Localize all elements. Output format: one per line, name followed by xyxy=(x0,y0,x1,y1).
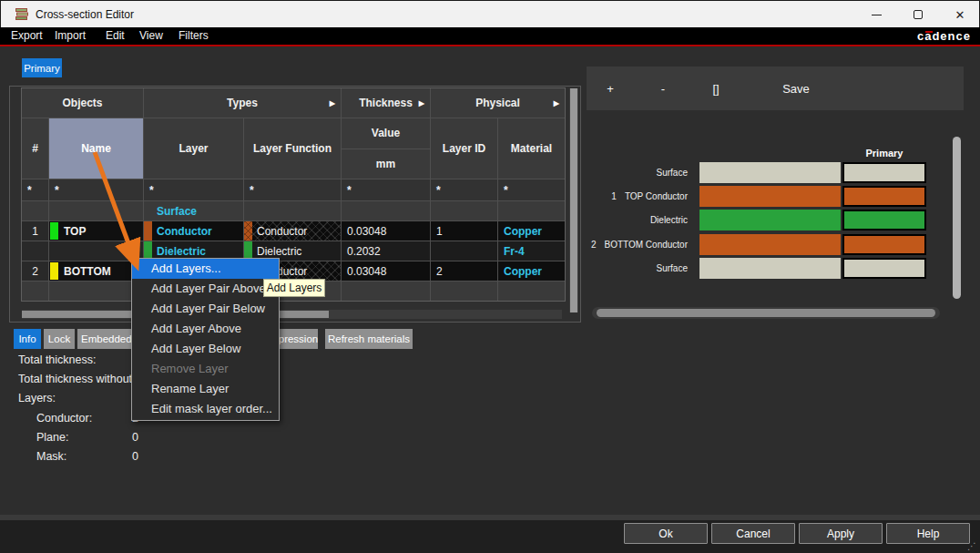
add-column-button[interactable]: + xyxy=(594,67,627,110)
menu-item-remove-layer: Remove Layer xyxy=(132,359,279,379)
viz-label-surface-top: Surface xyxy=(583,162,688,183)
cancel-button[interactable]: Cancel xyxy=(711,523,795,544)
menu-item-add-layer-above[interactable]: Add Layer Above xyxy=(132,319,279,339)
table-row-dielectric-value[interactable]: 0.2032 xyxy=(342,241,430,261)
right-vertical-scrollbar-thumb[interactable] xyxy=(953,137,961,299)
minimize-icon xyxy=(872,15,882,15)
table-row-surface-function[interactable] xyxy=(244,201,341,220)
filter-cell-value[interactable]: * xyxy=(342,179,430,200)
filter-cell-num[interactable]: * xyxy=(22,179,48,200)
right-horizontal-scrollbar-thumb[interactable] xyxy=(597,309,935,317)
table-row-bottom-material[interactable]: Copper xyxy=(498,261,565,281)
menu-item-rename-layer[interactable]: Rename Layer xyxy=(132,379,279,399)
menu-view[interactable]: View xyxy=(139,27,163,45)
close-button[interactable]: ✕ xyxy=(939,1,980,28)
filter-cell-name[interactable]: * xyxy=(49,179,143,200)
table-row-dielectric-material[interactable]: Fr-4 xyxy=(498,241,565,261)
menu-import[interactable]: Import xyxy=(55,27,86,45)
add-layers-tooltip: Add Layers xyxy=(263,279,325,297)
column-group-types[interactable]: Types▶ xyxy=(144,88,341,118)
viz-label-surface-bottom: Surface xyxy=(583,258,688,279)
table-row-dielectric-layer-id[interactable] xyxy=(431,241,497,261)
menu-item-edit-mask-layer-order[interactable]: Edit mask layer order... xyxy=(132,399,279,419)
table-row-surface2-name[interactable] xyxy=(49,282,143,301)
table-row-dielectric-name[interactable] xyxy=(49,241,143,261)
apply-button[interactable]: Apply xyxy=(799,523,883,544)
column-group-physical[interactable]: Physical▶ xyxy=(431,88,565,118)
expand-right-icon[interactable]: ▶ xyxy=(419,99,424,108)
tab-primary[interactable]: Primary xyxy=(22,58,62,77)
table-row-surface-material[interactable] xyxy=(498,201,565,220)
column-header-unit[interactable]: mm xyxy=(342,149,430,179)
table-row-dielectric-num[interactable] xyxy=(22,241,48,261)
table-row-surface2-value[interactable] xyxy=(342,282,430,301)
expand-right-icon[interactable]: ▶ xyxy=(330,99,335,108)
filter-cell-layer-function[interactable]: * xyxy=(244,179,341,200)
column-header-layer[interactable]: Layer xyxy=(144,118,243,179)
table-row-surface-num[interactable] xyxy=(22,201,48,220)
menu-item-add-layers[interactable]: Add Layers... xyxy=(132,259,279,279)
viz-column-header-primary: Primary xyxy=(842,148,926,159)
table-row-bottom-layer-id[interactable]: 2 xyxy=(431,261,497,281)
viz-bar-primary-dielectric xyxy=(842,210,926,230)
table-row-surface-layer[interactable]: Surface xyxy=(144,201,243,220)
menu-export[interactable]: Export xyxy=(11,27,43,45)
viz-bar-primary-top-conductor xyxy=(842,186,926,207)
table-vertical-scrollbar-thumb[interactable] xyxy=(570,88,577,312)
tab-refresh-materials[interactable]: Refresh materials xyxy=(325,329,413,349)
table-row-bottom-name[interactable]: BOTTOM xyxy=(49,261,143,281)
table-row-top-num[interactable]: 1 xyxy=(22,221,48,241)
help-button[interactable]: Help xyxy=(886,523,970,544)
maximize-button[interactable] xyxy=(897,1,939,28)
table-row-bottom-num[interactable]: 2 xyxy=(22,261,48,281)
viz-bar-surface-bottom xyxy=(699,258,841,279)
window-title: Cross-section Editor xyxy=(36,1,134,28)
cadence-logo: cadence xyxy=(917,27,971,45)
menu-edit[interactable]: Edit xyxy=(106,27,125,45)
table-row-top-material[interactable]: Copper xyxy=(498,221,565,241)
table-row-top-layer[interactable]: Conductor xyxy=(144,221,243,241)
column-group-objects[interactable]: Objects xyxy=(22,88,143,118)
table-row-top-layer-id[interactable]: 1 xyxy=(431,221,497,241)
right-horizontal-scrollbar xyxy=(592,307,940,319)
table-row-surface2-num[interactable] xyxy=(22,282,48,301)
filter-cell-material[interactable]: * xyxy=(498,179,565,200)
menu-filters[interactable]: Filters xyxy=(179,27,209,45)
column-header-layer-id[interactable]: Layer ID xyxy=(431,118,497,179)
column-header-thickness-value[interactable]: Value mm xyxy=(342,118,430,179)
table-vertical-scrollbar xyxy=(569,88,578,312)
tab-lock[interactable]: Lock xyxy=(44,329,75,349)
save-button[interactable]: Save xyxy=(769,67,823,110)
viz-bar-surface-top xyxy=(699,162,841,183)
resize-grip-icon[interactable]: ⋰ xyxy=(967,542,976,551)
filter-cell-layer-id[interactable]: * xyxy=(431,179,497,200)
table-row-bottom-value[interactable]: 0.03048 xyxy=(342,261,430,281)
table-row-surface2-layer-id[interactable] xyxy=(431,282,497,301)
remove-column-button[interactable]: - xyxy=(647,67,679,110)
column-group-thickness[interactable]: Thickness▶ xyxy=(342,88,430,118)
footer-bar: Ok Cancel Apply Help ⋰ xyxy=(0,520,980,553)
table-row-top-name[interactable]: TOP xyxy=(49,221,143,241)
column-header-num[interactable]: # xyxy=(22,118,48,179)
table-row-surface-value[interactable] xyxy=(342,201,430,220)
tab-info[interactable]: Info xyxy=(14,329,41,349)
minimize-button[interactable] xyxy=(855,1,897,28)
table-row-surface-name[interactable] xyxy=(49,201,143,220)
table-row-surface2-material[interactable] xyxy=(498,282,565,301)
column-header-name[interactable]: Name xyxy=(49,118,143,179)
column-header-material[interactable]: Material xyxy=(498,118,565,179)
ok-button[interactable]: Ok xyxy=(624,523,708,544)
menu-item-add-layer-below[interactable]: Add Layer Below xyxy=(132,339,279,359)
brackets-button[interactable]: [] xyxy=(699,67,732,110)
column-header-layer-function[interactable]: Layer Function xyxy=(244,118,341,179)
filter-cell-layer[interactable]: * xyxy=(144,179,243,200)
table-row-top-function[interactable]: Conductor xyxy=(244,221,341,241)
menu-item-add-layer-pair-above[interactable]: Add Layer Pair Above xyxy=(132,279,279,299)
table-row-top-value[interactable]: 0.03048 xyxy=(342,221,430,241)
menu-item-add-layer-pair-below[interactable]: Add Layer Pair Below xyxy=(132,299,279,319)
viz-bar-primary-surface-bottom xyxy=(842,258,926,279)
table-row-surface-layer-id[interactable] xyxy=(431,201,497,220)
expand-right-icon[interactable]: ▶ xyxy=(554,99,559,108)
app-icon xyxy=(15,7,29,22)
column-header-value[interactable]: Value xyxy=(342,118,430,149)
